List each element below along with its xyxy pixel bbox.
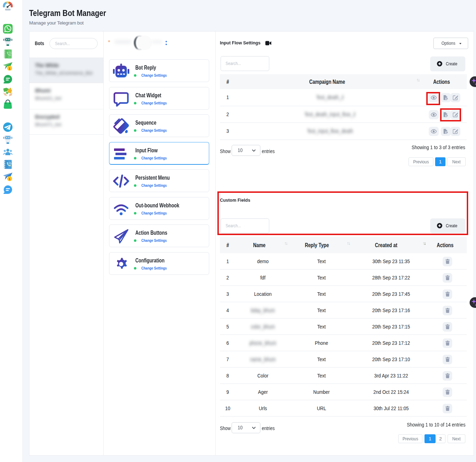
svg-text:1: 1: [9, 177, 11, 181]
svg-text:1: 1: [9, 66, 11, 70]
